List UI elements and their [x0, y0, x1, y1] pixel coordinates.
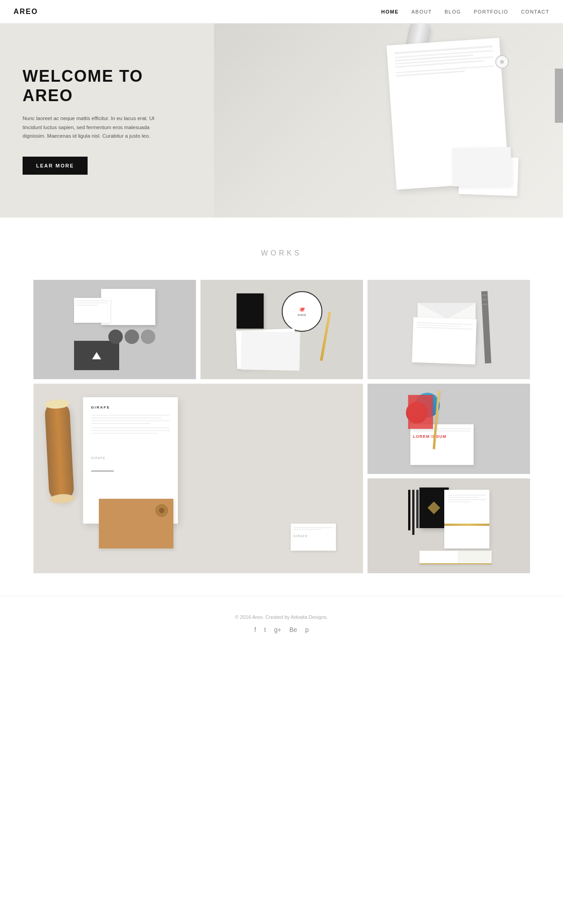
facebook-link[interactable]: f	[254, 626, 256, 633]
twitter-link[interactable]: t	[264, 626, 266, 633]
arrow-icon	[92, 352, 101, 359]
work-item-1[interactable]	[33, 280, 196, 379]
google-plus-link[interactable]: g+	[274, 626, 281, 633]
nav-portfolio[interactable]: PORTFOLIO	[474, 9, 508, 14]
gold-trim-card	[419, 551, 458, 564]
circle-logo: 🐙 brand	[282, 291, 322, 332]
dot-dark	[108, 330, 123, 344]
nav-contact[interactable]: CONTACT	[521, 9, 549, 14]
kraft-tube	[44, 401, 74, 502]
red-card	[408, 395, 433, 429]
nav-links: HOME ABOUT BLOG PORTFOLIO CONTACT	[381, 9, 549, 14]
ruler	[481, 291, 491, 364]
work-item-4[interactable]: GIRAFE GIRAFE	[33, 384, 363, 573]
works-grid: 🐙 brand	[33, 280, 530, 573]
footer-social: f t g+ Be p	[0, 626, 563, 633]
ruler-clip	[555, 69, 563, 123]
works-title: WORKS	[27, 249, 536, 257]
nav-logo[interactable]: AREO	[14, 8, 38, 16]
work-item-5[interactable]: LOREM IPSUM	[368, 384, 530, 474]
hero-title: WELCOME TO AREO	[23, 66, 158, 105]
dark-notebook	[237, 293, 264, 329]
hero-mockup	[214, 23, 563, 218]
hero-body: Nunc laoreet ac neque mattis efficitur. …	[23, 114, 158, 141]
hero-cta-button[interactable]: LEAR MORE	[23, 157, 88, 175]
work-item-6[interactable]	[368, 478, 530, 573]
works-section: WORKS	[0, 218, 563, 596]
gold-trim-card-2	[458, 551, 492, 564]
dot-mid	[125, 330, 139, 344]
behance-link[interactable]: Be	[289, 626, 297, 633]
hero-content: WELCOME TO AREO Nunc laoreet ac neque ma…	[0, 39, 181, 202]
stacked-paper-2	[241, 331, 300, 371]
hero-section: WELCOME TO AREO Nunc laoreet ac neque ma…	[0, 23, 563, 218]
pens-group	[408, 490, 419, 535]
letter-small	[74, 298, 110, 323]
white-letter	[444, 490, 489, 548]
hero-visual	[214, 23, 563, 218]
pinterest-link[interactable]: p	[305, 626, 309, 633]
dark-card	[74, 341, 119, 370]
nav-blog[interactable]: BLOG	[445, 9, 461, 14]
pencil-icon	[320, 311, 331, 361]
work-item-2[interactable]: 🐙 brand	[200, 280, 363, 379]
footer: © 2016 Areo. Created by Advaita Designs.…	[0, 596, 563, 647]
footer-copyright: © 2016 Areo. Created by Advaita Designs.	[0, 614, 563, 620]
business-card-2	[452, 147, 511, 186]
dot-light	[141, 330, 155, 344]
small-card-bottom: GIRAFE	[291, 524, 336, 551]
nav-home[interactable]: HOME	[381, 9, 399, 14]
doc-base: LOREM IPSUM	[410, 424, 474, 465]
gold-strip	[444, 524, 489, 526]
work-item-3[interactable]	[368, 280, 530, 379]
letter-bottom	[412, 317, 476, 365]
nav-about[interactable]: ABOUT	[411, 9, 432, 14]
kraft-envelope	[99, 499, 173, 548]
circle-badge	[495, 55, 509, 69]
navbar: AREO HOME ABOUT BLOG PORTFOLIO CONTACT	[0, 0, 563, 23]
